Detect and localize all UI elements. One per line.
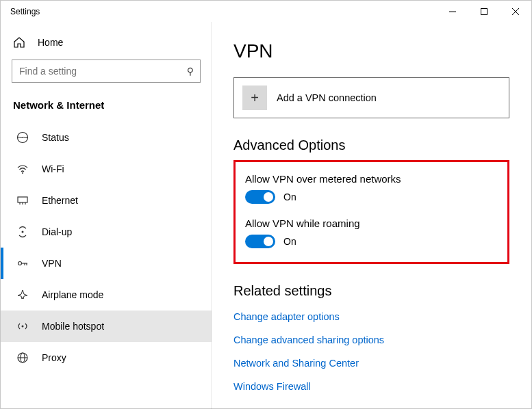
option2-state: On [283,236,296,247]
add-vpn-button[interactable]: + Add a VPN connection [233,77,509,118]
sidebar-item-airplane-mode[interactable]: Airplane mode [1,279,212,311]
dialup-icon [16,226,29,238]
option1-label: Allow VPN over metered networks [245,173,498,185]
sidebar-item-wi-fi[interactable]: Wi-Fi [1,153,212,185]
sidebar-item-label: Airplane mode [42,289,103,300]
plus-icon: + [242,85,267,110]
sidebar-item-label: VPN [42,258,62,269]
svg-point-5 [22,172,23,174]
svg-point-11 [18,262,22,265]
minimize-button[interactable] [437,1,468,23]
svg-point-10 [22,231,24,233]
hotspot-icon [16,320,29,332]
option2-label: Allow VPN while roaming [245,217,498,229]
sidebar-item-dial-up[interactable]: Dial-up [1,216,212,248]
svg-point-15 [22,326,24,328]
sidebar-item-label: Status [42,132,69,143]
svg-rect-6 [18,197,27,202]
titlebar: Settings [1,1,531,23]
home-icon [13,36,25,49]
option1-state: On [283,192,296,202]
add-vpn-label: Add a VPN connection [277,92,377,103]
sidebar: Home ⚲ Network & Internet StatusWi-FiEth… [1,23,212,408]
option2-toggle[interactable] [245,235,275,248]
sidebar-item-label: Wi-Fi [42,163,64,174]
sidebar-item-label: Dial-up [42,226,72,237]
related-link-change-advanced-sharing-options[interactable]: Change advanced sharing options [233,334,509,345]
home-label: Home [38,37,63,48]
advanced-options-header: Advanced Options [233,137,509,153]
sidebar-item-proxy[interactable]: Proxy [1,342,212,373]
sidebar-item-mobile-hotspot[interactable]: Mobile hotspot [1,311,212,342]
vpn-icon [16,257,29,269]
page-title: VPN [233,40,509,62]
status-icon [16,131,29,144]
window-title: Settings [10,7,40,16]
svg-rect-1 [481,9,487,15]
sidebar-item-label: Proxy [42,352,66,363]
close-button[interactable] [500,1,531,23]
wifi-icon [16,163,29,175]
option1-toggle[interactable] [245,190,275,204]
sidebar-item-label: Ethernet [42,195,78,206]
related-link-windows-firewall[interactable]: Windows Firewall [233,381,509,392]
section-title: Network & Internet [1,90,212,122]
proxy-icon [16,352,29,364]
settings-window: Settings Home ⚲ Netw [0,0,532,409]
related-settings-header: Related settings [233,283,509,299]
sidebar-item-vpn[interactable]: VPN [1,248,212,279]
main-content: VPN + Add a VPN connection Advanced Opti… [212,23,531,408]
search-input[interactable] [12,60,201,83]
related-link-network-and-sharing-center[interactable]: Network and Sharing Center [233,358,509,369]
sidebar-item-ethernet[interactable]: Ethernet [1,185,212,216]
home-link[interactable]: Home [1,29,212,55]
sidebar-item-label: Mobile hotspot [42,321,104,332]
related-link-change-adapter-options[interactable]: Change adapter options [233,311,509,322]
ethernet-icon [16,194,29,207]
sidebar-item-status[interactable]: Status [1,122,212,153]
maximize-button[interactable] [468,1,500,23]
highlighted-region: Allow VPN over metered networks On Allow… [233,160,509,264]
airplane-icon [16,289,29,301]
